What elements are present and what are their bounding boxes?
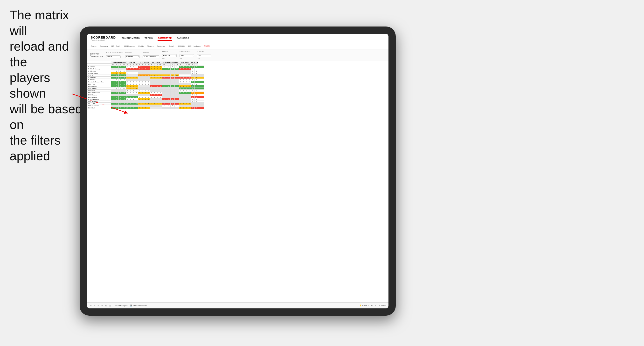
division-select-wrapper[interactable]: NCAA Division II NCAA Division I: [142, 54, 159, 58]
matrix-table-wrapper[interactable]: 2. M Kelly Mulcahy 6. A Dy 11. G Woods 2…: [87, 61, 388, 302]
cell-7-5-3: 0: [188, 81, 190, 83]
logo-scoreboard: SCOREBOARD: [91, 36, 116, 39]
cell-13-4-3: [175, 94, 179, 96]
cell-7-2-0: 0: [138, 81, 141, 83]
cell-9-0-3: 14: [122, 85, 126, 87]
cell-14-6-3: [201, 96, 204, 98]
cell-11-3-3: [159, 90, 162, 92]
cell-3-2-1: [141, 72, 144, 74]
gender-select-wrapper[interactable]: Women's Men's: [125, 54, 140, 58]
region-select[interactable]: East - DII West - DII: [162, 54, 176, 57]
nav-item-tournaments[interactable]: TOURNAMENTS: [122, 36, 140, 41]
cell-17-3-1: 1: [153, 103, 156, 105]
cell-6-5-1: 1: [182, 79, 185, 81]
compact-view-option[interactable]: Compact View: [90, 55, 103, 57]
gender-select[interactable]: Women's Men's: [125, 55, 140, 58]
zoom-in-icon[interactable]: ⊕: [101, 304, 103, 307]
sub-nav-h2hgrid1[interactable]: H2H Grid: [112, 44, 120, 48]
cell-5-5-2: 0: [185, 77, 188, 79]
cell-15-4-2: 0: [170, 98, 175, 100]
max-players-select-wrapper[interactable]: Top 25 Top 10 Top 50: [106, 54, 122, 58]
stat-t6: T: [185, 64, 188, 66]
cell-13-5-1: [182, 94, 185, 96]
refresh-icon[interactable]: ◎: [109, 304, 111, 307]
sub-nav-teams[interactable]: Teams: [91, 44, 96, 48]
sub-nav-matrix2[interactable]: Matrix: [204, 44, 210, 48]
col-header-38: 38. A Webb: [179, 61, 190, 64]
cell-1-2-2: 0: [144, 68, 147, 70]
sub-nav-h2hheatmap2[interactable]: H2H Heatmap: [188, 44, 200, 48]
redo-icon[interactable]: ↪: [94, 304, 96, 307]
table-row: 1. J Garcia31027100-111111001061301122: [87, 66, 204, 68]
row-header-7: 9. A Maria Jimenez Rios: [87, 81, 111, 83]
sub-nav-detail[interactable]: Detail: [169, 44, 174, 48]
cell-12-6-2: [198, 92, 201, 94]
view-original-btn[interactable]: 👁 View: Original: [115, 305, 128, 307]
options-btn[interactable]: ⚙: [371, 305, 372, 307]
cell-5-4-1: 1: [166, 77, 170, 79]
save-custom-view-btn[interactable]: 💾 Save Custom View: [130, 305, 147, 307]
cell-0-6-3: [201, 66, 204, 68]
cell-13-5-2: [185, 94, 188, 96]
cell-18-2-2: [144, 105, 147, 107]
sub-nav-h2hheatmap1[interactable]: H2H Heatmap: [123, 44, 135, 48]
cell-12-3-1: 1: [153, 92, 156, 94]
region-select-wrapper[interactable]: East - DII West - DII: [162, 53, 176, 57]
cell-6-1-3: [135, 79, 138, 81]
cell-2-4-0: [162, 70, 166, 72]
cell-12-4-3: [175, 92, 179, 94]
conference-select[interactable]: (All): [180, 54, 194, 57]
nav-item-teams[interactable]: TEAMS: [144, 36, 153, 41]
cell-11-1-2: 1: [132, 90, 135, 92]
sub-nav-summary1[interactable]: Summary: [100, 44, 108, 48]
cell-17-1-0: 4: [126, 103, 129, 105]
cell-6-3-1: [153, 79, 156, 81]
cell-7-5-2: 0: [185, 81, 188, 83]
cell-6-5-3: 8: [188, 79, 190, 81]
cell-15-1-2: 1: [132, 98, 135, 100]
cell-10-5-2: 0: [185, 87, 188, 90]
cell-16-5-2: [185, 100, 188, 103]
sub-nav-summary2[interactable]: Summary: [157, 44, 165, 48]
players-select-wrapper[interactable]: (All): [197, 53, 211, 57]
sub-nav-matrix1[interactable]: Matrix: [138, 44, 144, 48]
cell-16-4-3: [175, 100, 179, 103]
cell-4-4-2: 0: [170, 74, 175, 77]
row-header-5: 7. O Mitchell: [87, 77, 111, 79]
players-select[interactable]: (All): [197, 54, 211, 57]
compact-view-radio[interactable]: [90, 55, 92, 57]
full-view-radio[interactable]: [90, 53, 92, 55]
grid-icon[interactable]: ⊞: [105, 304, 107, 307]
zoom-out-icon[interactable]: ⊖: [98, 304, 100, 307]
nav-item-committee[interactable]: COMMITTEE: [158, 36, 172, 41]
cell-11-0-3: [122, 90, 126, 92]
full-view-option[interactable]: Full View: [90, 53, 103, 55]
cell-8-6-2: [198, 83, 201, 85]
compact-view-label: Compact View: [92, 55, 103, 57]
share-btn[interactable]: ↗ Share: [379, 305, 386, 307]
max-players-select[interactable]: Top 25 Top 10 Top 50: [106, 55, 121, 58]
cell-15-4-1: 2: [166, 98, 170, 100]
sub-nav-players[interactable]: Players: [147, 44, 154, 48]
cell-18-5-3: [188, 105, 190, 107]
watch-icon: 🔔: [360, 305, 362, 307]
cell-3-0-1: 1: [115, 72, 118, 74]
division-select[interactable]: NCAA Division II NCAA Division I: [142, 55, 159, 58]
matrix-content[interactable]: 2. M Kelly Mulcahy 6. A Dy 11. G Woods 2…: [87, 61, 388, 302]
cell-10-3-1: [153, 87, 156, 90]
cell-17-5-0: 2: [179, 103, 182, 105]
cell-9-1-1: 4: [129, 85, 132, 87]
row-header-8: 10. L Perini: [87, 83, 111, 85]
stat-t2: T: [132, 64, 135, 66]
cell-18-3-2: [156, 105, 159, 107]
conference-select-wrapper[interactable]: (All): [180, 53, 194, 57]
stat-t1: T: [118, 64, 122, 66]
watch-btn[interactable]: 🔔 Watch ▾: [360, 305, 369, 307]
nav-item-rankings[interactable]: RANKINGS: [176, 36, 189, 41]
sub-nav-h2hgrid2[interactable]: H2H Grid: [177, 44, 185, 48]
cell-8-3-1: [153, 83, 156, 85]
expand-btn[interactable]: ⤢: [375, 305, 376, 307]
undo-icon[interactable]: ↩: [90, 304, 92, 307]
row-header-6: 8. M Torres: [87, 79, 111, 81]
stat-w1: W: [111, 64, 115, 66]
